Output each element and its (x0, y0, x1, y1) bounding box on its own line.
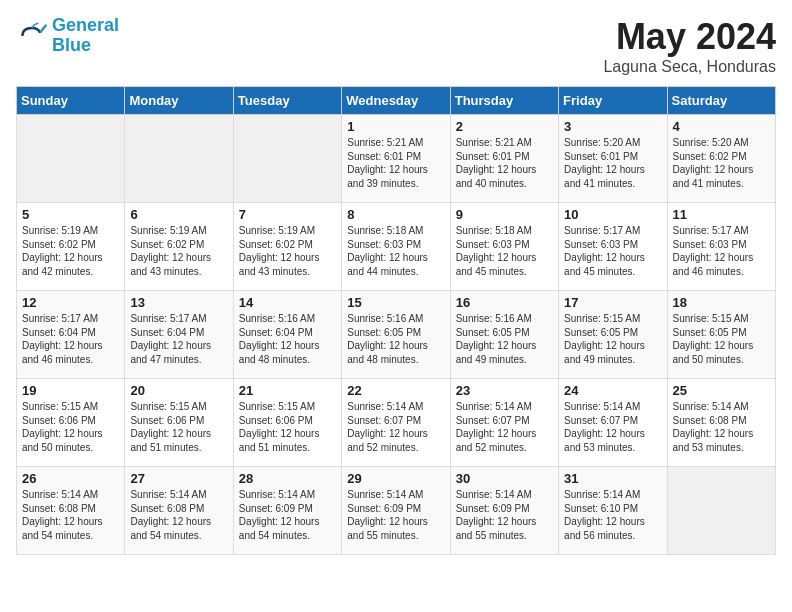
day-number: 15 (347, 295, 444, 310)
day-info: Sunrise: 5:14 AMSunset: 6:09 PMDaylight:… (456, 488, 553, 542)
calendar-cell: 10Sunrise: 5:17 AMSunset: 6:03 PMDayligh… (559, 203, 667, 291)
calendar-cell: 5Sunrise: 5:19 AMSunset: 6:02 PMDaylight… (17, 203, 125, 291)
calendar-cell: 16Sunrise: 5:16 AMSunset: 6:05 PMDayligh… (450, 291, 558, 379)
day-number: 2 (456, 119, 553, 134)
day-number: 21 (239, 383, 336, 398)
calendar-cell: 27Sunrise: 5:14 AMSunset: 6:08 PMDayligh… (125, 467, 233, 555)
calendar-cell: 8Sunrise: 5:18 AMSunset: 6:03 PMDaylight… (342, 203, 450, 291)
calendar-cell (125, 115, 233, 203)
calendar-week-5: 26Sunrise: 5:14 AMSunset: 6:08 PMDayligh… (17, 467, 776, 555)
day-number: 1 (347, 119, 444, 134)
calendar-cell: 28Sunrise: 5:14 AMSunset: 6:09 PMDayligh… (233, 467, 341, 555)
day-number: 30 (456, 471, 553, 486)
calendar-cell: 15Sunrise: 5:16 AMSunset: 6:05 PMDayligh… (342, 291, 450, 379)
calendar-cell: 11Sunrise: 5:17 AMSunset: 6:03 PMDayligh… (667, 203, 775, 291)
month-year: May 2024 (603, 16, 776, 58)
day-number: 13 (130, 295, 227, 310)
col-header-tuesday: Tuesday (233, 87, 341, 115)
calendar-cell (233, 115, 341, 203)
calendar-week-4: 19Sunrise: 5:15 AMSunset: 6:06 PMDayligh… (17, 379, 776, 467)
calendar-cell: 4Sunrise: 5:20 AMSunset: 6:02 PMDaylight… (667, 115, 775, 203)
day-number: 22 (347, 383, 444, 398)
day-number: 23 (456, 383, 553, 398)
calendar-cell: 7Sunrise: 5:19 AMSunset: 6:02 PMDaylight… (233, 203, 341, 291)
day-info: Sunrise: 5:15 AMSunset: 6:06 PMDaylight:… (239, 400, 336, 454)
day-info: Sunrise: 5:18 AMSunset: 6:03 PMDaylight:… (456, 224, 553, 278)
day-number: 25 (673, 383, 770, 398)
day-number: 6 (130, 207, 227, 222)
day-number: 8 (347, 207, 444, 222)
day-info: Sunrise: 5:16 AMSunset: 6:05 PMDaylight:… (456, 312, 553, 366)
day-info: Sunrise: 5:17 AMSunset: 6:04 PMDaylight:… (130, 312, 227, 366)
day-info: Sunrise: 5:14 AMSunset: 6:09 PMDaylight:… (347, 488, 444, 542)
day-info: Sunrise: 5:20 AMSunset: 6:01 PMDaylight:… (564, 136, 661, 190)
day-number: 16 (456, 295, 553, 310)
col-header-sunday: Sunday (17, 87, 125, 115)
day-number: 26 (22, 471, 119, 486)
day-info: Sunrise: 5:14 AMSunset: 6:08 PMDaylight:… (130, 488, 227, 542)
day-number: 27 (130, 471, 227, 486)
logo-text: General Blue (52, 16, 119, 56)
logo-blue: Blue (52, 35, 91, 55)
day-number: 18 (673, 295, 770, 310)
calendar-cell: 3Sunrise: 5:20 AMSunset: 6:01 PMDaylight… (559, 115, 667, 203)
day-info: Sunrise: 5:19 AMSunset: 6:02 PMDaylight:… (22, 224, 119, 278)
day-info: Sunrise: 5:18 AMSunset: 6:03 PMDaylight:… (347, 224, 444, 278)
calendar-cell: 19Sunrise: 5:15 AMSunset: 6:06 PMDayligh… (17, 379, 125, 467)
logo-icon (16, 20, 48, 52)
calendar-table: SundayMondayTuesdayWednesdayThursdayFrid… (16, 86, 776, 555)
day-info: Sunrise: 5:15 AMSunset: 6:06 PMDaylight:… (130, 400, 227, 454)
calendar-cell: 2Sunrise: 5:21 AMSunset: 6:01 PMDaylight… (450, 115, 558, 203)
calendar-cell: 20Sunrise: 5:15 AMSunset: 6:06 PMDayligh… (125, 379, 233, 467)
day-info: Sunrise: 5:14 AMSunset: 6:08 PMDaylight:… (673, 400, 770, 454)
day-info: Sunrise: 5:15 AMSunset: 6:05 PMDaylight:… (564, 312, 661, 366)
calendar-cell: 18Sunrise: 5:15 AMSunset: 6:05 PMDayligh… (667, 291, 775, 379)
day-info: Sunrise: 5:19 AMSunset: 6:02 PMDaylight:… (130, 224, 227, 278)
calendar-cell: 23Sunrise: 5:14 AMSunset: 6:07 PMDayligh… (450, 379, 558, 467)
calendar-header-row: SundayMondayTuesdayWednesdayThursdayFrid… (17, 87, 776, 115)
day-info: Sunrise: 5:14 AMSunset: 6:09 PMDaylight:… (239, 488, 336, 542)
day-number: 28 (239, 471, 336, 486)
day-info: Sunrise: 5:14 AMSunset: 6:10 PMDaylight:… (564, 488, 661, 542)
day-info: Sunrise: 5:20 AMSunset: 6:02 PMDaylight:… (673, 136, 770, 190)
day-info: Sunrise: 5:14 AMSunset: 6:07 PMDaylight:… (564, 400, 661, 454)
calendar-cell: 1Sunrise: 5:21 AMSunset: 6:01 PMDaylight… (342, 115, 450, 203)
calendar-cell: 9Sunrise: 5:18 AMSunset: 6:03 PMDaylight… (450, 203, 558, 291)
day-info: Sunrise: 5:14 AMSunset: 6:07 PMDaylight:… (347, 400, 444, 454)
calendar-cell: 29Sunrise: 5:14 AMSunset: 6:09 PMDayligh… (342, 467, 450, 555)
day-info: Sunrise: 5:19 AMSunset: 6:02 PMDaylight:… (239, 224, 336, 278)
calendar-cell: 30Sunrise: 5:14 AMSunset: 6:09 PMDayligh… (450, 467, 558, 555)
calendar-cell (667, 467, 775, 555)
day-info: Sunrise: 5:14 AMSunset: 6:07 PMDaylight:… (456, 400, 553, 454)
col-header-monday: Monday (125, 87, 233, 115)
calendar-cell: 13Sunrise: 5:17 AMSunset: 6:04 PMDayligh… (125, 291, 233, 379)
col-header-saturday: Saturday (667, 87, 775, 115)
day-info: Sunrise: 5:21 AMSunset: 6:01 PMDaylight:… (456, 136, 553, 190)
col-header-wednesday: Wednesday (342, 87, 450, 115)
location: Laguna Seca, Honduras (603, 58, 776, 76)
day-number: 12 (22, 295, 119, 310)
calendar-cell: 26Sunrise: 5:14 AMSunset: 6:08 PMDayligh… (17, 467, 125, 555)
day-info: Sunrise: 5:17 AMSunset: 6:03 PMDaylight:… (673, 224, 770, 278)
day-number: 10 (564, 207, 661, 222)
day-info: Sunrise: 5:17 AMSunset: 6:04 PMDaylight:… (22, 312, 119, 366)
calendar-cell: 21Sunrise: 5:15 AMSunset: 6:06 PMDayligh… (233, 379, 341, 467)
calendar-cell: 17Sunrise: 5:15 AMSunset: 6:05 PMDayligh… (559, 291, 667, 379)
logo: General Blue (16, 16, 119, 56)
calendar-cell: 25Sunrise: 5:14 AMSunset: 6:08 PMDayligh… (667, 379, 775, 467)
day-number: 29 (347, 471, 444, 486)
title-block: May 2024 Laguna Seca, Honduras (603, 16, 776, 76)
col-header-friday: Friday (559, 87, 667, 115)
calendar-cell: 22Sunrise: 5:14 AMSunset: 6:07 PMDayligh… (342, 379, 450, 467)
day-info: Sunrise: 5:21 AMSunset: 6:01 PMDaylight:… (347, 136, 444, 190)
day-number: 5 (22, 207, 119, 222)
calendar-cell: 12Sunrise: 5:17 AMSunset: 6:04 PMDayligh… (17, 291, 125, 379)
day-number: 20 (130, 383, 227, 398)
calendar-cell: 6Sunrise: 5:19 AMSunset: 6:02 PMDaylight… (125, 203, 233, 291)
day-number: 7 (239, 207, 336, 222)
day-number: 17 (564, 295, 661, 310)
day-info: Sunrise: 5:15 AMSunset: 6:05 PMDaylight:… (673, 312, 770, 366)
calendar-cell (17, 115, 125, 203)
day-number: 3 (564, 119, 661, 134)
day-number: 19 (22, 383, 119, 398)
